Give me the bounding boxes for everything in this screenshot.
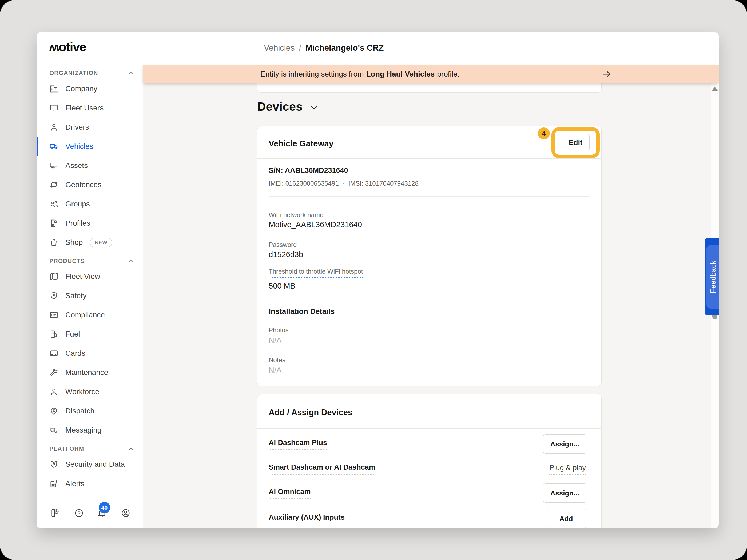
banner-prefix: Entity is inheriting settings from <box>260 70 364 78</box>
page-title: Michelangelo's CRZ <box>306 43 384 53</box>
sidebar: ʍotive ORGANIZATION Company Fleet Users … <box>36 32 143 528</box>
sidebar-item-cards[interactable]: Cards <box>36 344 143 363</box>
app-window: ʍotive ORGANIZATION Company Fleet Users … <box>36 32 719 528</box>
sidebar-item-compliance[interactable]: Compliance <box>36 305 143 324</box>
sidebar-item-fuel[interactable]: Fuel <box>36 324 143 344</box>
fuel-pump-icon <box>49 329 58 339</box>
polygon-icon <box>49 180 58 189</box>
add-assign-devices-card: Add / Assign Devices AI Dashcam Plus Ass… <box>257 394 601 528</box>
profile-settings-icon <box>49 219 58 228</box>
edit-button[interactable]: Edit <box>562 134 590 152</box>
inheritance-banner: Entity is inheriting settings from Long … <box>143 65 719 83</box>
sidebar-item-groups[interactable]: Groups <box>36 194 143 214</box>
sidebar-item-label: Groups <box>66 200 90 208</box>
shopping-bag-icon <box>49 238 58 247</box>
section-label: ORGANIZATION <box>49 70 98 77</box>
device-row-name[interactable]: Smart Dashcam or AI Dashcam <box>269 463 376 475</box>
imsi-value: IMSI: 310170407943128 <box>349 180 419 187</box>
devices-heading: Devices <box>257 100 303 114</box>
person-icon <box>49 387 58 396</box>
sidebar-item-label: Assets <box>66 161 88 170</box>
password-label: Password <box>269 241 297 248</box>
sidebar-item-drivers[interactable]: Drivers <box>36 117 143 137</box>
banner-arrow-icon[interactable] <box>602 69 612 79</box>
device-row-name[interactable]: AI Omnicam <box>269 488 311 499</box>
sidebar-footer-divider <box>36 499 143 500</box>
threshold-label: Threshold to throttle WiFi hotspot <box>269 268 363 278</box>
user-profile-button[interactable] <box>121 508 130 518</box>
sidebar-item-safety[interactable]: Safety <box>36 286 143 305</box>
sidebar-item-label: Shop <box>66 238 83 247</box>
sidebar-item-workforce[interactable]: Workforce <box>36 382 143 401</box>
section-platform[interactable]: PLATFORM <box>49 445 138 452</box>
add-button[interactable]: Add <box>546 509 586 528</box>
previous-card-edge <box>257 83 601 92</box>
map-icon <box>49 272 58 281</box>
section-organization[interactable]: ORGANIZATION <box>49 70 138 77</box>
sidebar-item-maintenance[interactable]: Maintenance <box>36 363 143 382</box>
sidebar-item-label: Company <box>66 84 97 93</box>
notes-value: N/A <box>269 366 281 375</box>
breadcrumb-separator: / <box>299 43 301 53</box>
sidebar-item-label: Alerts <box>66 479 84 488</box>
installation-details-heading: Installation Details <box>269 307 335 316</box>
sidebar-item-geofences[interactable]: Geofences <box>36 175 143 194</box>
dispatch-pin-icon <box>49 406 58 416</box>
section-products[interactable]: PRODUCTS <box>49 258 138 265</box>
shield-lock-icon <box>49 460 58 469</box>
new-badge: NEW <box>89 238 112 247</box>
assign-button[interactable]: Assign... <box>543 483 586 503</box>
plug-and-play-link[interactable]: Plug & play <box>549 464 586 475</box>
notification-count-badge[interactable]: 40 <box>99 502 110 513</box>
alerts-doc-icon <box>49 479 58 488</box>
sidebar-item-label: Drivers <box>66 123 89 131</box>
threshold-tooltip-trigger[interactable]: Threshold to throttle WiFi hotspot <box>269 268 363 278</box>
map-guide-button[interactable] <box>50 508 60 518</box>
sidebar-item-dispatch[interactable]: Dispatch <box>36 401 143 421</box>
main-content: Devices Vehicle Gateway 4 Edit S/N: AABL… <box>143 83 719 528</box>
sidebar-item-label: Profiles <box>66 219 90 228</box>
chevron-up-icon <box>128 258 134 264</box>
chevron-down-icon[interactable] <box>309 103 319 113</box>
company-icon <box>49 84 58 93</box>
breadcrumb: Vehicles / Michelangelo's CRZ <box>264 43 384 53</box>
card-title: Vehicle Gateway <box>269 139 334 149</box>
sidebar-item-shop[interactable]: Shop NEW <box>36 233 143 252</box>
scroll-up-arrow[interactable] <box>712 87 718 91</box>
credit-card-icon <box>49 349 58 358</box>
assign-button[interactable]: Assign... <box>543 434 586 454</box>
banner-suffix: profile. <box>437 70 459 78</box>
notes-label: Notes <box>269 356 285 364</box>
sidebar-item-alerts[interactable]: Alerts <box>36 474 143 494</box>
sidebar-item-profiles[interactable]: Profiles <box>36 214 143 233</box>
feedback-tab[interactable]: Feedback <box>705 238 719 316</box>
banner-message: Entity is inheriting settings from Long … <box>260 65 459 83</box>
sidebar-item-company[interactable]: Company <box>36 79 143 99</box>
edit-button-highlight-ring: Edit <box>551 127 600 158</box>
feedback-tab-inner: Feedback <box>706 245 719 309</box>
tutorial-step-badge: 4 <box>538 128 550 139</box>
sidebar-item-security-and-data[interactable]: Security and Data <box>36 455 143 474</box>
sidebar-item-label: Security and Data <box>66 460 125 469</box>
divider <box>269 298 590 298</box>
sidebar-item-vehicles[interactable]: Vehicles <box>36 137 143 156</box>
imei-value: IMEI: 016230006535491 <box>269 180 339 187</box>
wrench-icon <box>49 368 58 377</box>
sidebar-item-label: Geofences <box>66 181 101 189</box>
sidebar-item-fleet-users[interactable]: Fleet Users <box>36 99 143 117</box>
breadcrumb-section-link[interactable]: Vehicles <box>264 43 294 53</box>
chevron-up-icon <box>128 446 134 452</box>
motive-logo[interactable]: ʍotive <box>49 39 86 54</box>
sidebar-item-fleet-view[interactable]: Fleet View <box>36 267 143 286</box>
sidebar-item-assets[interactable]: Assets <box>36 156 143 175</box>
password-value: d1526d3b <box>269 250 303 259</box>
device-row-name[interactable]: AI Dashcam Plus <box>269 439 327 450</box>
sidebar-item-messaging[interactable]: Messaging <box>36 421 143 440</box>
photos-value: N/A <box>269 336 281 345</box>
sidebar-item-label: Maintenance <box>66 368 108 377</box>
sidebar-item-label: Vehicles <box>66 142 93 151</box>
sidebar-item-label: Cards <box>66 349 85 357</box>
help-button[interactable] <box>74 508 84 518</box>
chart-icon <box>49 311 58 319</box>
divider <box>257 158 601 159</box>
